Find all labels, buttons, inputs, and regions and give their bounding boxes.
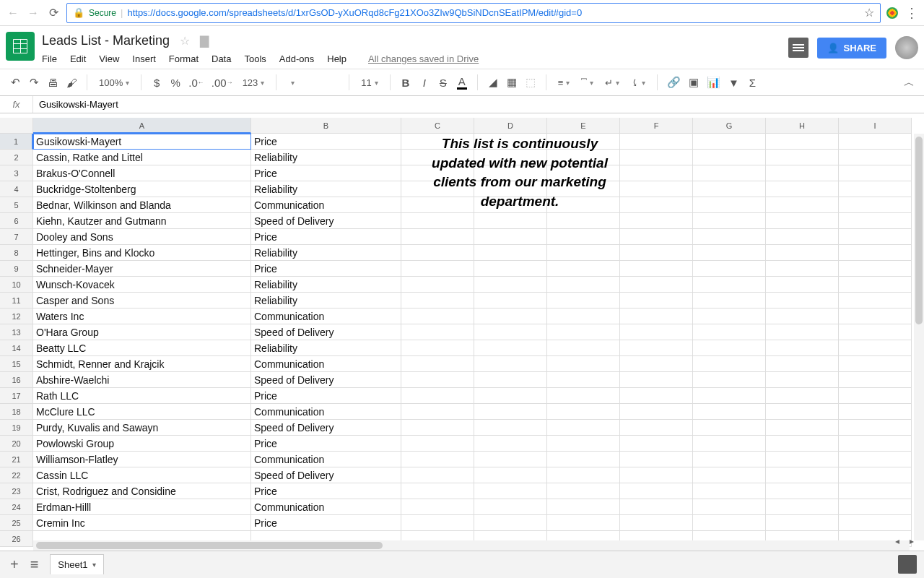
cell[interactable]: Williamson-Flatley [33, 452, 251, 467]
cell[interactable] [474, 197, 547, 213]
cell[interactable] [693, 515, 766, 531]
decrease-decimal-button[interactable]: .0← [186, 73, 206, 92]
cell[interactable] [766, 372, 839, 388]
cell[interactable] [839, 499, 912, 515]
cell[interactable]: Reliability [251, 277, 401, 293]
cell[interactable]: Price [251, 261, 401, 277]
cell[interactable] [839, 293, 912, 309]
cell[interactable] [547, 229, 620, 245]
cell[interactable] [474, 404, 547, 420]
cell[interactable] [620, 452, 693, 467]
cell[interactable] [401, 340, 474, 356]
collapse-toolbar-button[interactable]: ︿ [901, 73, 917, 92]
cell[interactable] [620, 181, 693, 197]
cell[interactable] [839, 165, 912, 181]
row-header[interactable]: 3 [0, 165, 33, 181]
cell[interactable]: Bednar, Wilkinson and Blanda [33, 197, 251, 213]
column-header-I[interactable]: I [839, 118, 912, 134]
cell[interactable] [766, 134, 839, 150]
cell[interactable] [401, 261, 474, 277]
cell[interactable] [547, 404, 620, 420]
cell[interactable]: Reliability [251, 150, 401, 165]
bookmark-star-icon[interactable]: ☆ [864, 6, 874, 20]
cell[interactable]: Communication [251, 452, 401, 467]
cell[interactable] [839, 150, 912, 165]
cell[interactable] [620, 197, 693, 213]
cell[interactable] [766, 436, 839, 452]
cell[interactable]: Rath LLC [33, 388, 251, 404]
filter-button[interactable]: ▼ [725, 73, 741, 92]
cell[interactable] [766, 261, 839, 277]
cell[interactable] [839, 245, 912, 261]
cell[interactable]: Reliability [251, 340, 401, 356]
cell[interactable]: Price [251, 165, 401, 181]
cell[interactable] [839, 134, 912, 150]
menu-tools[interactable]: Tools [244, 53, 266, 64]
cell[interactable] [474, 245, 547, 261]
cell[interactable] [766, 197, 839, 213]
cell[interactable] [401, 165, 474, 181]
cell[interactable] [839, 388, 912, 404]
cell[interactable] [839, 277, 912, 293]
cell[interactable] [620, 213, 693, 229]
cell[interactable] [547, 467, 620, 483]
cell[interactable] [693, 150, 766, 165]
cell[interactable] [693, 324, 766, 340]
cell[interactable] [401, 134, 474, 150]
cell[interactable] [693, 261, 766, 277]
cell[interactable] [474, 436, 547, 452]
wrap-select[interactable]: ↵▾ [601, 73, 624, 92]
strikethrough-button[interactable]: S [435, 73, 451, 92]
cell[interactable] [766, 483, 839, 499]
explore-button[interactable] [898, 555, 917, 574]
cell[interactable] [401, 181, 474, 197]
address-bar[interactable]: 🔒 Secure | https://docs.google.com/sprea… [66, 3, 881, 23]
cell[interactable] [547, 213, 620, 229]
cell[interactable]: Kiehn, Kautzer and Gutmann [33, 213, 251, 229]
cell[interactable]: Cassin LLC [33, 467, 251, 483]
cell[interactable] [620, 499, 693, 515]
share-button[interactable]: 👤 SHARE [817, 38, 886, 59]
redo-button[interactable]: ↷ [26, 73, 42, 92]
cell[interactable] [693, 165, 766, 181]
cell[interactable]: Communication [251, 309, 401, 324]
bold-button[interactable]: B [398, 73, 414, 92]
increase-decimal-button[interactable]: .00→ [209, 73, 235, 92]
cell[interactable]: Purdy, Kuvalis and Sawayn [33, 420, 251, 436]
cell[interactable]: Crist, Rodriguez and Considine [33, 483, 251, 499]
cell[interactable] [401, 372, 474, 388]
cell[interactable] [474, 277, 547, 293]
cell[interactable] [547, 197, 620, 213]
comments-icon[interactable] [788, 38, 808, 58]
row-header[interactable]: 5 [0, 197, 33, 213]
cell[interactable] [547, 309, 620, 324]
currency-button[interactable]: $ [149, 73, 165, 92]
cell[interactable] [839, 515, 912, 531]
column-header-D[interactable]: D [474, 118, 547, 134]
cell[interactable] [766, 420, 839, 436]
cell[interactable] [620, 356, 693, 372]
cell[interactable] [474, 293, 547, 309]
cell[interactable] [620, 340, 693, 356]
italic-button[interactable]: I [417, 73, 432, 92]
print-button[interactable]: 🖶 [45, 73, 61, 92]
row-header[interactable]: 13 [0, 324, 33, 340]
row-header[interactable]: 4 [0, 181, 33, 197]
cell[interactable] [693, 356, 766, 372]
cell[interactable] [474, 340, 547, 356]
cell[interactable] [693, 404, 766, 420]
reload-button[interactable]: ⟳ [46, 6, 61, 20]
v-align-select[interactable]: ⎴▾ [577, 73, 598, 92]
cell[interactable] [474, 165, 547, 181]
cell[interactable] [401, 436, 474, 452]
menu-insert[interactable]: Insert [132, 53, 156, 64]
cell[interactable] [401, 197, 474, 213]
cell[interactable] [693, 197, 766, 213]
cell[interactable] [839, 229, 912, 245]
cell[interactable] [474, 324, 547, 340]
cell[interactable] [401, 293, 474, 309]
cell[interactable] [474, 452, 547, 467]
cell[interactable] [547, 388, 620, 404]
cell[interactable] [547, 436, 620, 452]
menu-add-ons[interactable]: Add-ons [279, 53, 314, 64]
